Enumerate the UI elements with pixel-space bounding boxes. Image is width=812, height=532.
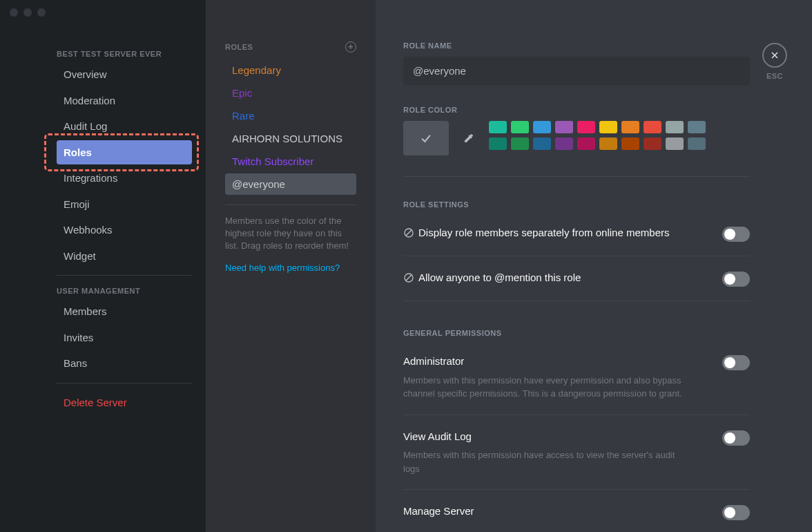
manage-server-toggle[interactable] <box>722 505 750 520</box>
disabled-icon <box>403 227 414 238</box>
nav-delete-server[interactable]: Delete Server <box>57 390 192 415</box>
server-name-header: BEST TEST SERVER EVER <box>57 46 192 62</box>
color-swatch-grid <box>489 121 706 150</box>
nav-integrations[interactable]: Integrations <box>57 166 192 191</box>
check-icon <box>419 131 433 145</box>
color-swatch[interactable] <box>555 137 573 150</box>
role-editor-panel: ROLE NAME ROLE COLOR ROLE SETTINGS Displ… <box>376 0 812 532</box>
role-name-label: ROLE NAME <box>403 41 750 50</box>
sidebar-divider <box>57 275 192 276</box>
general-permissions-heading: GENERAL PERMISSIONS <box>403 329 750 337</box>
color-swatch[interactable] <box>533 137 551 150</box>
display-separately-label: Display role members separately from onl… <box>403 225 722 241</box>
role-item[interactable]: Rare <box>225 105 356 126</box>
color-swatch[interactable] <box>489 121 507 133</box>
nav-roles[interactable]: Roles <box>57 140 192 165</box>
administrator-toggle[interactable] <box>722 355 750 370</box>
eyedropper-icon <box>463 133 474 144</box>
color-swatch[interactable] <box>599 137 617 150</box>
color-swatch[interactable] <box>688 137 706 150</box>
nav-emoji[interactable]: Emoji <box>57 192 192 217</box>
display-separately-toggle[interactable] <box>722 227 750 242</box>
role-settings-heading: ROLE SETTINGS <box>403 200 750 209</box>
user-management-header: USER MANAGEMENT <box>57 283 192 299</box>
settings-sidebar: BEST TEST SERVER EVER Overview Moderatio… <box>0 0 206 532</box>
color-swatch[interactable] <box>688 121 706 133</box>
nav-widget[interactable]: Widget <box>57 244 192 269</box>
administrator-label: Administrator <box>403 354 708 370</box>
role-item[interactable]: AIRHORN SOLUTIONS <box>225 128 356 149</box>
nav-bans[interactable]: Bans <box>57 351 192 376</box>
eyedropper-button[interactable] <box>458 121 479 155</box>
close-icon <box>769 50 780 61</box>
color-swatch[interactable] <box>644 121 661 133</box>
roles-list-panel: ROLES + LegendaryEpicRareAIRHORN SOLUTIO… <box>206 0 376 532</box>
role-item[interactable]: Epic <box>225 82 356 104</box>
svg-line-1 <box>406 230 412 236</box>
close-label: ESC <box>762 72 787 80</box>
close-settings-button[interactable]: ESC <box>762 43 787 80</box>
color-swatch[interactable] <box>666 137 684 150</box>
role-name-input[interactable] <box>403 57 750 85</box>
manage-server-label: Manage Server <box>403 504 708 520</box>
sidebar-divider-2 <box>57 383 192 383</box>
allow-mention-label: Allow anyone to @mention this role <box>403 270 722 286</box>
role-color-label: ROLE COLOR <box>403 106 750 114</box>
administrator-desc: Members with this permission have every … <box>403 374 686 401</box>
color-swatch[interactable] <box>621 121 639 133</box>
role-item[interactable]: @everyone <box>225 173 356 195</box>
color-swatch[interactable] <box>666 121 684 133</box>
window-traffic-lights <box>10 8 46 17</box>
color-swatch[interactable] <box>511 137 529 150</box>
nav-audit-log[interactable]: Audit Log <box>57 114 192 139</box>
nav-overview[interactable]: Overview <box>57 62 192 87</box>
role-item[interactable]: Twitch Subscriber <box>225 151 356 172</box>
color-swatch[interactable] <box>577 137 595 150</box>
svg-line-3 <box>406 275 412 281</box>
color-swatch[interactable] <box>577 121 595 133</box>
nav-moderation[interactable]: Moderation <box>57 88 192 113</box>
roles-divider <box>225 205 356 205</box>
add-role-button[interactable]: + <box>345 41 356 53</box>
color-swatch[interactable] <box>599 121 617 133</box>
permissions-help-link[interactable]: Need help with permissions? <box>225 263 356 273</box>
color-swatch[interactable] <box>644 137 661 150</box>
role-item[interactable]: Legendary <box>225 59 356 81</box>
color-swatch[interactable] <box>555 121 573 133</box>
nav-members[interactable]: Members <box>57 299 192 324</box>
nav-invites[interactable]: Invites <box>57 325 192 350</box>
roles-help-text: Members use the color of the highest rol… <box>225 215 356 253</box>
default-color-swatch[interactable] <box>403 121 449 155</box>
view-audit-log-toggle[interactable] <box>722 430 750 446</box>
allow-mention-toggle[interactable] <box>722 272 750 287</box>
color-swatch[interactable] <box>489 137 507 150</box>
roles-header-label: ROLES <box>225 43 253 51</box>
color-swatch[interactable] <box>621 137 639 150</box>
color-swatch[interactable] <box>533 121 551 133</box>
view-audit-log-label: View Audit Log <box>403 429 708 445</box>
view-audit-log-desc: Members with this permission have access… <box>403 448 686 475</box>
color-swatch[interactable] <box>511 121 529 133</box>
nav-webhooks[interactable]: Webhooks <box>57 218 192 243</box>
disabled-icon <box>403 272 414 283</box>
